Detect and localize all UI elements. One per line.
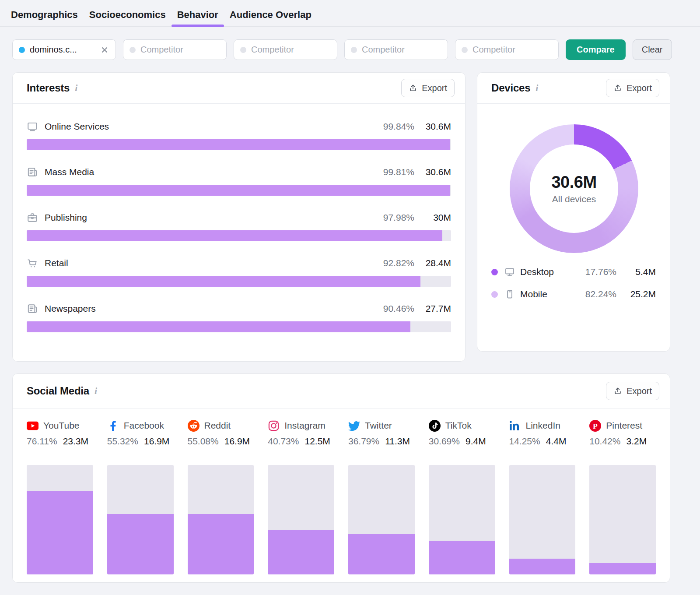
- tab-socioeconomics[interactable]: Socioeconomics: [89, 4, 166, 26]
- tab-behavior[interactable]: Behavior: [177, 4, 218, 26]
- upload-icon: [613, 387, 622, 395]
- social-percent: 14.25%: [509, 436, 540, 447]
- competitor-chip-1[interactable]: Competitor: [123, 39, 227, 60]
- monitor-icon: [27, 121, 38, 132]
- social-value: 16.9M: [144, 436, 169, 447]
- interest-value: 30.6M: [414, 167, 451, 177]
- competitor-dot: [130, 47, 136, 53]
- interest-bar: [27, 321, 451, 332]
- social-value: 9.4M: [466, 436, 486, 447]
- desktop-icon: [504, 267, 515, 277]
- social-bar: [509, 465, 576, 574]
- info-icon[interactable]: i: [75, 82, 77, 94]
- export-button[interactable]: Export: [401, 79, 455, 97]
- social-name: Facebook: [124, 420, 164, 431]
- main-domain-chip[interactable]: dominos.c...: [12, 39, 116, 60]
- interest-label: Newspapers: [45, 303, 96, 314]
- clear-button[interactable]: Clear: [633, 39, 672, 60]
- linkedin-icon: [509, 420, 521, 432]
- tab-audience-overlap[interactable]: Audience Overlap: [230, 4, 312, 26]
- interest-percent: 90.46%: [383, 303, 414, 314]
- social-bar: [429, 465, 495, 574]
- interest-label: Retail: [45, 258, 68, 268]
- tab-bar: DemographicsSocioeconomicsBehaviorAudien…: [0, 0, 700, 27]
- domain-dot: [19, 47, 25, 53]
- social-name: YouTube: [43, 420, 80, 431]
- interest-bar: [27, 139, 451, 150]
- interest-value: 28.4M: [414, 258, 451, 268]
- social-bar: [107, 465, 174, 574]
- youtube-icon: [27, 420, 38, 432]
- social-percent: 10.42%: [589, 436, 620, 447]
- social-value: 11.3M: [385, 436, 410, 447]
- social-value: 3.2M: [626, 436, 647, 447]
- interests-title: Interests: [27, 82, 70, 94]
- facebook-icon: [107, 420, 119, 432]
- compare-button[interactable]: Compare: [566, 39, 626, 60]
- social-value: 23.3M: [63, 436, 88, 447]
- twitter-icon: [348, 420, 360, 432]
- social-media-card: Social Media i Export YouTube76.11%23.3M…: [12, 373, 670, 583]
- interest-percent: 99.81%: [383, 167, 414, 177]
- upload-icon: [409, 84, 417, 92]
- social-bar: [188, 465, 254, 574]
- briefcase-icon: [27, 212, 38, 223]
- social-value: 12.5M: [304, 436, 330, 447]
- social-name: Reddit: [204, 420, 231, 431]
- interest-label: Publishing: [45, 212, 87, 223]
- social-percent: 40.73%: [268, 436, 299, 447]
- interest-label: Online Services: [45, 121, 109, 132]
- social-value: 16.9M: [224, 436, 250, 447]
- competitor-placeholder: Competitor: [472, 45, 552, 55]
- export-button[interactable]: Export: [606, 382, 659, 400]
- interest-row: Mass Media99.81%30.6M: [27, 166, 451, 196]
- export-button[interactable]: Export: [606, 79, 659, 97]
- social-name: Instagram: [284, 420, 325, 431]
- newspaper-icon: [27, 166, 38, 178]
- social-name: LinkedIn: [526, 420, 560, 431]
- interest-value: 30.6M: [414, 121, 451, 132]
- newspaper-icon: [27, 303, 38, 314]
- competitor-placeholder: Competitor: [140, 45, 220, 55]
- legend-dot: [491, 291, 498, 298]
- competitor-chip-4[interactable]: Competitor: [455, 39, 559, 60]
- interests-header: Interests i Export: [13, 73, 465, 104]
- social-percent: 55.08%: [188, 436, 219, 447]
- social-bar: [348, 465, 415, 574]
- interest-percent: 97.98%: [383, 212, 414, 223]
- info-icon[interactable]: i: [536, 82, 538, 94]
- social-columns: YouTube76.11%23.3MFacebook55.32%16.9MRed…: [13, 408, 670, 574]
- social-column-tiktok: TikTok30.69%9.4M: [429, 419, 495, 574]
- social-value: 4.4M: [546, 436, 567, 447]
- tab-demographics[interactable]: Demographics: [11, 4, 78, 26]
- social-header: Social Media i Export: [13, 374, 670, 408]
- competitor-chip-3[interactable]: Competitor: [344, 39, 448, 60]
- interest-bar: [27, 276, 451, 287]
- competitor-placeholder: Competitor: [362, 45, 441, 55]
- social-column-instagram: Instagram40.73%12.5M: [268, 419, 334, 574]
- social-percent: 55.32%: [107, 436, 138, 447]
- devices-title: Devices: [491, 82, 530, 94]
- interests-card: Interests i Export Online Services99.84%…: [12, 72, 466, 362]
- legend-label: Desktop: [520, 267, 554, 277]
- legend-percent: 82.24%: [585, 289, 616, 299]
- social-bar: [27, 465, 93, 574]
- social-bar: [268, 465, 334, 574]
- social-name: Pinterest: [606, 420, 642, 431]
- interest-row: Retail92.82%28.4M: [27, 257, 451, 287]
- social-title: Social Media: [27, 385, 89, 397]
- legend-row-mobile: Mobile82.24%25.2M: [491, 287, 656, 302]
- donut-total: 30.6M: [551, 173, 596, 192]
- competitor-chip-2[interactable]: Competitor: [234, 39, 337, 60]
- donut-center: 30.6M All devices: [530, 144, 618, 233]
- info-icon[interactable]: i: [94, 385, 97, 397]
- legend-percent: 17.76%: [585, 267, 616, 277]
- social-name: TikTok: [445, 420, 472, 431]
- mobile-icon: [504, 289, 515, 299]
- close-icon[interactable]: [100, 45, 109, 55]
- social-column-linkedin: LinkedIn14.25%4.4M: [509, 419, 576, 574]
- tiktok-icon: [429, 420, 441, 432]
- competitor-dot: [462, 47, 468, 53]
- social-column-twitter: Twitter36.79%11.3M: [348, 419, 415, 574]
- reddit-icon: [188, 420, 200, 432]
